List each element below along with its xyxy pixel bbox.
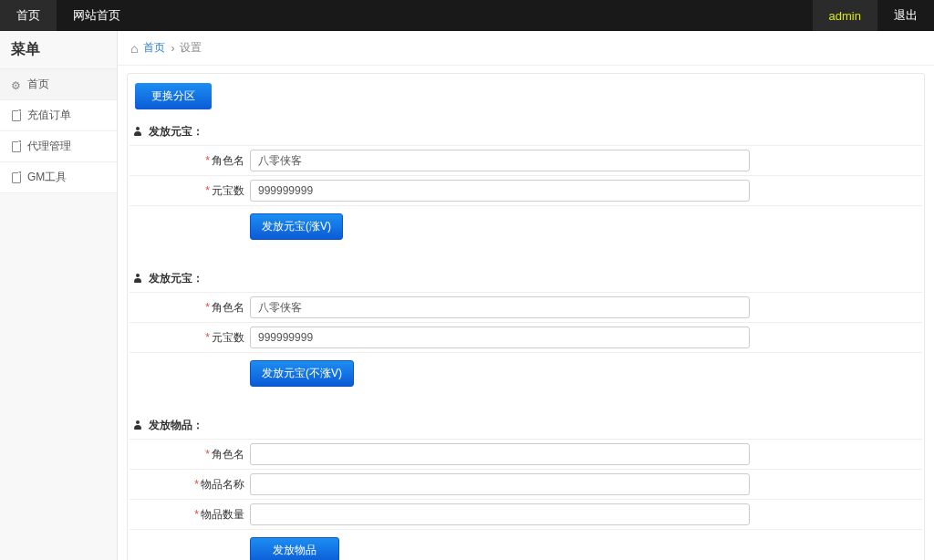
role-name-input-2[interactable] xyxy=(250,296,750,318)
nav-site-home[interactable]: 网站首页 xyxy=(57,0,137,31)
item-qty-input[interactable] xyxy=(250,503,750,525)
sidebar-item-label: 充值订单 xyxy=(27,108,71,123)
section-title-yuanbao-nov: 发放元宝： xyxy=(130,262,922,292)
sidebar-item-gm[interactable]: GM工具 xyxy=(0,162,117,193)
form-row: 发放物品 xyxy=(130,529,922,560)
send-yuanbao-nov-button[interactable]: 发放元宝(不涨V) xyxy=(250,360,354,387)
form-row: *物品名称 xyxy=(130,469,922,499)
form-row: 发放元宝(不涨V) xyxy=(130,352,922,394)
form-row: *角色名 xyxy=(130,145,922,175)
change-zone-button[interactable]: 更换分区 xyxy=(135,83,212,109)
main-content: 首页 › 设置 更换分区 发放元宝： *角色名 *元宝数 发放元宝(涨V) xyxy=(118,31,934,560)
yuanbao-amount-input-2[interactable] xyxy=(250,327,750,348)
breadcrumb: 首页 › 设置 xyxy=(118,31,934,66)
sidebar-item-label: GM工具 xyxy=(27,170,67,185)
yuanbao-amount-input[interactable] xyxy=(250,180,750,202)
sidebar-title: 菜单 xyxy=(0,31,117,69)
home-icon xyxy=(130,41,138,56)
send-yuanbao-v-button[interactable]: 发放元宝(涨V) xyxy=(250,213,343,240)
item-name-input[interactable] xyxy=(250,473,750,495)
breadcrumb-home[interactable]: 首页 xyxy=(143,40,165,56)
person-icon xyxy=(133,274,143,284)
sidebar-item-home[interactable]: 首页 xyxy=(0,69,117,100)
document-icon xyxy=(11,172,22,183)
settings-panel: 更换分区 发放元宝： *角色名 *元宝数 发放元宝(涨V) xyxy=(127,73,925,560)
sidebar: 菜单 首页 充值订单 代理管理 GM工具 xyxy=(0,31,118,560)
role-name-input-3[interactable] xyxy=(250,443,750,465)
document-icon xyxy=(11,110,22,121)
section-title-yuanbao-v: 发放元宝： xyxy=(130,115,922,145)
sidebar-item-recharge[interactable]: 充值订单 xyxy=(0,100,117,131)
nav-home[interactable]: 首页 xyxy=(0,0,57,31)
form-row: *物品数量 xyxy=(130,499,922,529)
form-row: *元宝数 xyxy=(130,322,922,352)
person-icon xyxy=(133,420,143,430)
nav-logout[interactable]: 退出 xyxy=(877,0,934,31)
person-icon xyxy=(133,127,143,137)
top-navigation: 首页 网站首页 admin 退出 xyxy=(0,0,934,31)
breadcrumb-separator: › xyxy=(171,42,174,55)
form-row: *元宝数 xyxy=(130,175,922,205)
section-title-item: 发放物品： xyxy=(130,409,922,439)
form-row: *角色名 xyxy=(130,439,922,469)
form-row: 发放元宝(涨V) xyxy=(130,205,922,247)
gear-icon xyxy=(11,79,22,90)
document-icon xyxy=(11,141,22,152)
sidebar-item-agent[interactable]: 代理管理 xyxy=(0,131,117,162)
sidebar-item-label: 代理管理 xyxy=(27,139,71,154)
form-row: *角色名 xyxy=(130,292,922,322)
send-item-button[interactable]: 发放物品 xyxy=(250,537,339,560)
nav-admin[interactable]: admin xyxy=(813,0,877,31)
sidebar-item-label: 首页 xyxy=(27,77,49,92)
role-name-input[interactable] xyxy=(250,150,750,171)
breadcrumb-current: 设置 xyxy=(180,40,202,56)
